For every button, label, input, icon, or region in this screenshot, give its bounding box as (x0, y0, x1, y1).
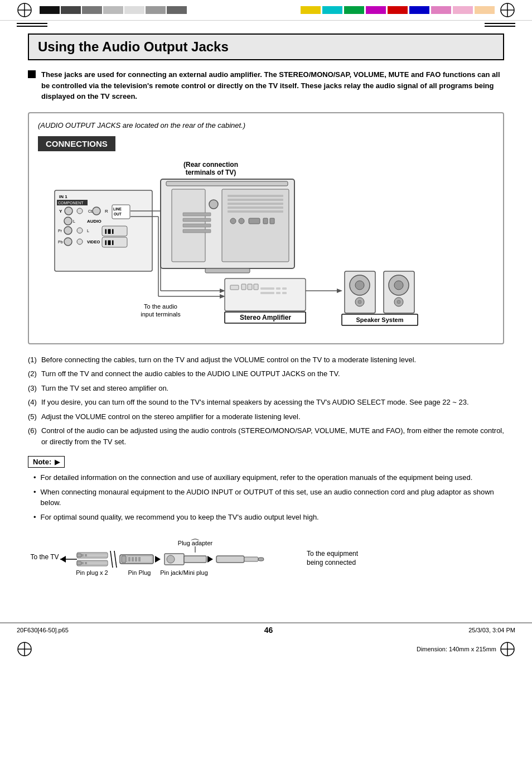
svg-rect-26 (270, 218, 274, 224)
svg-text:(Rear connection: (Rear connection (183, 161, 238, 169)
svg-point-90 (397, 300, 400, 304)
svg-rect-74 (276, 292, 280, 294)
bullet-square (28, 70, 36, 78)
svg-rect-115 (138, 557, 141, 561)
note-bullet-list: For detailed information on the connecti… (28, 472, 504, 522)
svg-rect-71 (260, 287, 274, 290)
svg-rect-126 (216, 556, 244, 563)
footer-left: 20F630[46-50].p65 (17, 627, 69, 633)
svg-rect-110 (122, 556, 126, 563)
svg-marker-80 (337, 289, 342, 293)
svg-rect-104 (81, 562, 84, 564)
svg-rect-9 (166, 181, 288, 186)
svg-rect-24 (249, 218, 260, 224)
instruction-num-2: (2) (28, 368, 37, 380)
svg-text:Pb: Pb (58, 240, 63, 244)
note-section: Note: ▶ For detailed information on the … (28, 456, 504, 522)
svg-point-52 (77, 239, 83, 244)
page-number: 46 (264, 626, 273, 635)
instruction-text-3: Turn the TV set and stereo amplifier on. (41, 383, 168, 394)
svg-rect-100 (85, 554, 87, 556)
svg-text:To the TV: To the TV (30, 553, 59, 561)
svg-text:Pin plug x 2: Pin plug x 2 (76, 569, 108, 576)
instruction-text-6: Control of the audio can be adjusted usi… (41, 425, 504, 447)
svg-point-36 (93, 207, 100, 215)
svg-rect-14 (183, 224, 211, 227)
note-text-3: For optimal sound quality, we recommend … (41, 512, 319, 523)
svg-text:Pin Plug: Pin Plug (128, 569, 151, 576)
svg-rect-66 (225, 278, 306, 311)
svg-text:Pr: Pr (58, 229, 62, 233)
svg-text:Pin jack/Mini plug: Pin jack/Mini plug (160, 569, 208, 576)
svg-text:L: L (87, 229, 89, 233)
header-lines-right (485, 23, 515, 27)
svg-text:being connected: being connected (307, 559, 356, 566)
svg-rect-12 (183, 213, 211, 216)
intro-text: These jacks are used for connecting an e… (41, 69, 504, 102)
instruction-num-5: (5) (28, 411, 37, 422)
color-bars-left (40, 6, 187, 14)
svg-text:LINE: LINE (113, 207, 122, 211)
instruction-num-4: (4) (28, 397, 37, 408)
svg-marker-116 (155, 556, 161, 563)
diagram-box: (AUDIO OUTPUT JACKS are located on the r… (28, 112, 504, 344)
svg-point-85 (358, 300, 361, 304)
svg-rect-17 (228, 195, 283, 197)
svg-rect-25 (263, 218, 268, 224)
header-lines-left (17, 23, 47, 27)
svg-rect-20 (228, 206, 283, 209)
svg-rect-113 (132, 557, 134, 561)
svg-rect-67 (230, 285, 239, 290)
svg-text:terminals of TV): terminals of TV) (186, 169, 236, 176)
diagram-svg: (Rear connection terminals of TV) (38, 157, 494, 335)
svg-line-108 (114, 551, 117, 568)
svg-rect-19 (228, 203, 283, 205)
svg-rect-128 (258, 558, 264, 561)
reg-mark-top-right (500, 2, 515, 18)
svg-point-11 (209, 200, 218, 209)
instruction-3: (3) Turn the TV set and stereo amplifier… (28, 383, 504, 394)
svg-point-45 (64, 227, 72, 234)
page-footer: 20F630[46-50].p65 46 25/3/03, 3:04 PM (0, 622, 532, 637)
reg-mark-bottom-right (500, 641, 515, 657)
reg-mark-top-left (17, 2, 32, 18)
note-text-2: When connecting monaural equipment to th… (41, 487, 504, 508)
svg-rect-13 (183, 218, 211, 222)
svg-rect-76 (282, 292, 287, 294)
svg-rect-69 (248, 284, 252, 290)
note-label: Note: (33, 458, 51, 466)
footer-right: 25/3/03, 3:04 PM (468, 627, 515, 633)
note-header: Note: ▶ (28, 456, 65, 468)
note-item-3: For optimal sound quality, we recommend … (33, 512, 504, 523)
page-title: Using the Audio Output Jacks (38, 39, 494, 55)
intro-paragraph: These jacks are used for connecting an e… (28, 69, 504, 102)
svg-rect-70 (254, 284, 258, 290)
svg-point-43 (64, 217, 72, 225)
svg-text:AUDIO: AUDIO (87, 219, 101, 224)
svg-rect-105 (85, 562, 87, 564)
svg-point-51 (64, 238, 72, 246)
connections-label: CONNECTIONS (38, 136, 115, 151)
svg-rect-73 (276, 287, 280, 290)
svg-point-23 (239, 218, 244, 224)
svg-rect-27 (205, 268, 250, 273)
svg-point-88 (394, 281, 403, 290)
instruction-text-4: If you desire, you can turn off the soun… (41, 397, 469, 408)
note-item-1: For detailed information on the connecti… (33, 472, 504, 483)
svg-point-22 (230, 218, 236, 224)
svg-rect-21 (228, 210, 283, 213)
instruction-num-1: (1) (28, 354, 37, 366)
svg-text:input  terminals: input terminals (141, 311, 181, 318)
note-item-2: When connecting monaural equipment to th… (33, 487, 504, 508)
svg-text:VIDEO: VIDEO (87, 239, 100, 244)
instruction-text-5: Adjust the VOLUME control on the stereo … (41, 411, 301, 422)
svg-text:R: R (105, 209, 108, 214)
svg-text:Y: Y (59, 209, 62, 214)
svg-rect-102 (77, 561, 81, 565)
svg-rect-99 (81, 554, 84, 556)
svg-marker-124 (207, 556, 213, 563)
note-arrow-icon: ▶ (55, 458, 60, 466)
svg-rect-127 (244, 557, 258, 561)
svg-rect-114 (135, 557, 137, 561)
svg-rect-112 (128, 557, 130, 561)
